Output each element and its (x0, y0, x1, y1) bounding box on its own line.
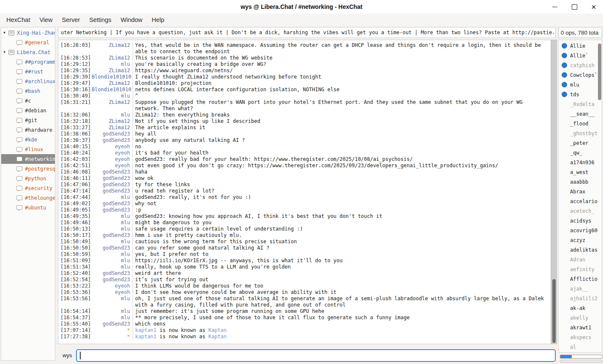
userlist-item-aczyz[interactable]: aczyz (559, 235, 602, 245)
minimize-icon[interactable] (551, 3, 558, 10)
userlist-item-accelario[interactable]: accelario (559, 196, 602, 206)
timestamp: [16:51:34] (58, 264, 92, 270)
user-nick: Abrax (570, 189, 585, 195)
tree-channel-git[interactable]: #git (1, 115, 55, 125)
chat-line: [16:49:05]godSend23:p (58, 207, 551, 213)
userlist-item-adran[interactable]: Adran (559, 255, 602, 264)
message-segment: Kaptan (208, 334, 226, 340)
userlist-item-peter[interactable]: _peter (559, 138, 602, 148)
close-icon[interactable]: ✕ (590, 3, 597, 10)
message-segment: Kaptan (208, 327, 226, 333)
userlist-item-ak-ak[interactable]: ak-ak (559, 303, 602, 313)
userlist-item-ghostbyt[interactable]: _ghostbyt (559, 128, 602, 138)
menu-server[interactable]: Server (57, 14, 85, 25)
chat-line: [16:42:03]eyeohgodSend23: really bad for… (58, 156, 551, 163)
tree-channel-debian[interactable]: #debian (1, 106, 55, 115)
userlist-item-0xdelta[interactable]: _0xdelta (559, 99, 602, 109)
tree-server-xing-hai-zhan[interactable]: ▼Xing-Hai-Zhan (1, 28, 55, 38)
userlist-item-akspecs[interactable]: akspecs (559, 332, 602, 342)
message-text: The article explains it (133, 125, 551, 131)
chat-scrollbar-thumb[interactable] (552, 279, 556, 343)
tree-label: #python (25, 176, 46, 182)
menu-view[interactable]: View (35, 14, 57, 25)
tree-channel-linux[interactable]: #linux (1, 144, 55, 154)
userlist-item-a174n936[interactable]: a174n936 (559, 158, 602, 167)
userlist-item-mlu[interactable]: mlu (559, 80, 602, 90)
userlist-item-allie[interactable]: Allie` (559, 51, 602, 60)
timestamp: [16:40:15] (58, 144, 92, 150)
topic-input[interactable]: uter Networking | If you have a question… (58, 27, 556, 38)
nick: ZLima12 (92, 80, 133, 87)
nick: godSend23 (92, 137, 133, 144)
userlist-item-ajak[interactable]: ajak__ (559, 284, 602, 293)
message-segment: is now known as (157, 327, 209, 333)
tree-server-libera-chat[interactable]: ▼Libera.Chat (1, 47, 55, 57)
tree-channel-archlinux[interactable]: #archlinux (1, 76, 55, 86)
userlist-item-tds[interactable]: tds (559, 90, 602, 99)
menu-help[interactable]: Help (147, 14, 169, 25)
message-text: netns defines LOCAL interface configurat… (133, 87, 551, 93)
userlist-item-akelly[interactable]: akelly (559, 313, 602, 323)
chat-line: [16:51:09]mluhttps://iili.io/KOrIErX.jpg… (58, 258, 551, 264)
chat-line: [16:38:37]godSend23anybody use any natur… (58, 137, 551, 144)
tree-channel-general[interactable]: #general (1, 38, 55, 47)
tree-channel-ubuntu[interactable]: #ubuntu (1, 203, 55, 212)
timestamp: [17:27:38] (58, 334, 92, 340)
menu-hexchat[interactable]: HexChat (2, 14, 35, 25)
user-list: AllieAllie`catphishCowclops`mlutds_0xdel… (558, 40, 602, 353)
chat-scrollbar[interactable] (551, 40, 557, 344)
tree-channel-postgresql[interactable]: #postgresql (1, 164, 55, 174)
userlist-item-ajhalili2[interactable]: ajhalili2 (559, 293, 602, 303)
menu-settings[interactable]: Settings (84, 14, 116, 25)
voice-dot-icon (562, 72, 567, 78)
userlist-item-adeliktas[interactable]: adeliktas (559, 245, 602, 255)
nick: mlu (92, 308, 133, 315)
userlist-item-acetech[interactable]: acetech_ (559, 206, 602, 216)
userlist-item-catphish[interactable]: catphish (559, 60, 602, 70)
tree-channel-thelounge[interactable]: #thelounge (1, 193, 55, 203)
message-segment: kaptan1 (135, 327, 157, 333)
maximize-icon[interactable] (571, 3, 578, 10)
userlist-item-afflictio[interactable]: Afflictio (559, 274, 602, 284)
tree-channel-c[interactable]: #c (1, 96, 55, 106)
tree-channel-kde[interactable]: #kde (1, 135, 55, 144)
userlist-item-acidsys[interactable]: acidsys (559, 216, 602, 225)
expander-icon[interactable]: ▼ (1, 50, 8, 54)
timestamp: [16:49:02] (58, 201, 92, 207)
tree-channel-bash[interactable]: #bash (1, 86, 55, 96)
channel-icon (16, 108, 22, 113)
userlist-item-cowclops[interactable]: Cowclops` (559, 70, 602, 80)
chat-line: [16:49:46]mlumight be dangerous to you (58, 220, 551, 226)
user-nick: akelly (570, 315, 588, 321)
userlist-item-aefinity[interactable]: aefinity (559, 264, 602, 274)
userlist-item-abrax[interactable]: Abrax (559, 187, 602, 196)
userlist-item-flood[interactable]: _flood (559, 119, 602, 128)
tree-channel-rust[interactable]: ##rust (1, 67, 55, 76)
userlist-item-a-west[interactable]: a_west (559, 167, 602, 177)
tree-channel-python[interactable]: #python (1, 174, 55, 183)
tree-channel-programmi[interactable]: ##programmi (1, 57, 55, 67)
timestamp: [16:49:46] (58, 220, 92, 226)
topic-text: uter Networking | If you have a question… (61, 30, 556, 35)
chat-line: [16:52:40]godSend23weird art there (58, 270, 551, 277)
userlist-item-acovrig60[interactable]: acovrig60 (559, 225, 602, 235)
userlist-item-al[interactable]: al (559, 342, 602, 352)
userlist-item-allie[interactable]: Allie (559, 41, 602, 51)
tree-channel-hardware[interactable]: #hardware (1, 125, 55, 135)
timestamp: [16:28:53] (58, 55, 92, 61)
expander-icon[interactable]: ▼ (1, 31, 8, 35)
channel-icon (16, 40, 22, 45)
userlist-scrollbar-thumb[interactable] (598, 43, 601, 100)
userlist-item-akrawt1[interactable]: akrawt1 (559, 323, 602, 332)
user-nick: aaabbb (570, 179, 588, 185)
userlist-item-aaabbb[interactable]: aaabbb (559, 177, 602, 187)
tree-channel-networking[interactable]: #networking (1, 154, 55, 164)
message-input[interactable] (76, 349, 556, 362)
tree-channel-security[interactable]: #security (1, 183, 55, 193)
nick: godSend23 (92, 188, 133, 194)
server-icon (8, 50, 14, 55)
timestamp: [16:29:35] (58, 68, 92, 74)
userlist-item-qw[interactable]: _qw_ (559, 148, 602, 158)
userlist-item-sean[interactable]: __sean__ (559, 109, 602, 119)
menu-window[interactable]: Window (116, 14, 147, 25)
